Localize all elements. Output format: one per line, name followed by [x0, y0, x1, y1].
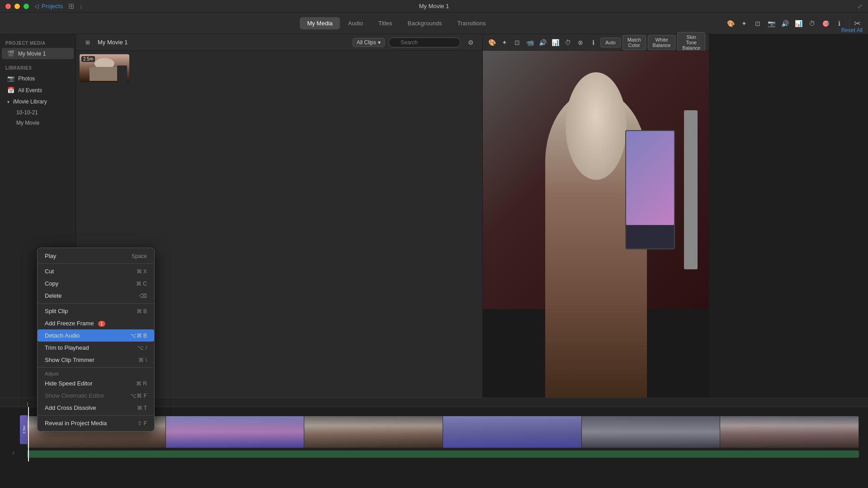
menu-item-play-shortcut: Space: [132, 253, 147, 259]
filter-icon[interactable]: ✦: [739, 18, 750, 29]
audio-icon[interactable]: 🔊: [779, 18, 790, 29]
split-icon: ⊞: [68, 2, 74, 10]
menu-item-cinematic-shortcut: ⌥⌘ F: [130, 393, 147, 399]
sidebar-item-my-movie[interactable]: 🎬 My Movie 1: [2, 48, 74, 59]
color-correction-icon[interactable]: 🎨: [725, 18, 736, 29]
reset-all-button[interactable]: Reset All: [841, 27, 863, 33]
media-header-left: ⊞ My Movie 1: [81, 36, 127, 49]
down-arrow-icon: ↓: [80, 3, 83, 10]
menu-adjust-label: Adjust: [38, 369, 154, 377]
menu-item-show-clip-trimmer[interactable]: Show Clip Trimmer ⌘ \: [38, 354, 154, 366]
monitor-object: [625, 130, 675, 249]
titlebar-left: ◁ Projects ⊞ ↓: [5, 2, 83, 10]
menu-item-reveal-label: Reveal in Project Media: [45, 420, 107, 427]
close-window-button[interactable]: [5, 4, 11, 9]
all-clips-dropdown[interactable]: All Clips ▾: [353, 38, 385, 47]
menu-item-play[interactable]: Play Space: [38, 250, 154, 262]
tab-my-media[interactable]: My Media: [300, 17, 340, 29]
menu-item-trim-label: Trim to Playhead: [45, 344, 89, 351]
clip-segment-3[interactable]: [304, 416, 443, 448]
menu-item-dissolve-shortcut: ⌘ T: [137, 405, 147, 411]
window-title: My Movie 1: [419, 3, 449, 9]
tab-backgrounds[interactable]: Backgrounds: [401, 17, 449, 29]
frame-preview: [166, 416, 304, 448]
media-browser-title: My Movie 1: [98, 39, 127, 46]
color-wheels-icon[interactable]: ✦: [499, 37, 510, 48]
menu-item-speed-shortcut: ⌘ R: [136, 380, 147, 387]
menu-item-copy[interactable]: Copy ⌘ C: [38, 277, 154, 290]
sidebar-item-my-movie-sub[interactable]: My Movie: [11, 118, 74, 128]
menu-item-add-freeze-frame[interactable]: Add Freeze Frame 1: [38, 317, 154, 329]
menu-item-detach-audio[interactable]: Detach Audio ⌥⌘ B: [38, 329, 154, 342]
tab-audio[interactable]: Audio: [341, 17, 370, 29]
clip-segment-2[interactable]: [166, 416, 305, 448]
video-record-icon[interactable]: 📹: [524, 37, 535, 48]
audio-track[interactable]: [27, 450, 859, 458]
person-body: [90, 67, 119, 81]
tab-transitions[interactable]: Transitions: [450, 17, 493, 29]
minimize-window-button[interactable]: [14, 4, 20, 9]
menu-item-delete[interactable]: Delete ⌫: [38, 290, 154, 302]
menu-item-play-label: Play: [45, 253, 56, 259]
media-header-right: All Clips ▾ 🔍 ⚙: [353, 36, 477, 49]
microphone-object: [684, 110, 698, 269]
menu-item-show-cinematic-editor[interactable]: Show Cinematic Editor ⌥⌘ F: [38, 389, 154, 402]
sidebar-item-photos[interactable]: 📷 Photos: [2, 73, 74, 84]
frame-preview: [443, 416, 581, 448]
face: [566, 72, 627, 180]
stabilize-icon[interactable]: 🎯: [820, 18, 831, 29]
sidebar-item-all-events[interactable]: 📅 All Events: [2, 84, 74, 96]
search-wrapper: 🔍: [388, 38, 461, 47]
tab-titles[interactable]: Titles: [371, 17, 400, 29]
auto-button[interactable]: Auto: [600, 38, 621, 47]
photos-icon: 📷: [7, 75, 14, 82]
levels-icon[interactable]: 📊: [550, 37, 561, 48]
menu-item-trim-shortcut: ⌥ /: [137, 345, 147, 351]
menu-item-cut-shortcut: ⌘ X: [137, 268, 147, 275]
clip-thumbnail[interactable]: 2.5m: [80, 54, 129, 82]
chart-icon[interactable]: 📊: [793, 18, 804, 29]
clip-label-text: 2.5m: [22, 426, 26, 434]
media-header: ⊞ My Movie 1 All Clips ▾ 🔍 ⚙: [76, 34, 482, 51]
clip-segment-5[interactable]: [582, 416, 721, 448]
grid-view-button[interactable]: ⊞: [81, 36, 94, 49]
menu-separator-2: [38, 303, 154, 304]
import-settings-button[interactable]: ⚙: [464, 36, 477, 49]
head: [566, 72, 627, 180]
match-color-button[interactable]: Match Color: [623, 35, 646, 50]
libraries-label: LIBRARIES: [0, 63, 75, 72]
menu-item-freeze-label: Add Freeze Frame 1: [45, 320, 105, 327]
sidebar-item-imovie-library[interactable]: ▾ iMovie Library: [2, 96, 74, 107]
projects-button[interactable]: ◁ Projects: [34, 3, 63, 9]
clip-duration-badge: 2.5m: [81, 56, 95, 62]
menu-item-trim-to-playhead[interactable]: Trim to Playhead ⌥ /: [38, 342, 154, 354]
menu-item-reveal-in-project-media[interactable]: Reveal in Project Media ⇧ F: [38, 417, 154, 429]
camera-icon[interactable]: 📷: [766, 18, 777, 29]
crop-tool-icon[interactable]: ⊡: [512, 37, 523, 48]
menu-item-add-cross-dissolve[interactable]: Add Cross Dissolve ⌘ T: [38, 402, 154, 414]
skin-tone-button[interactable]: Skin Tone Balance: [677, 32, 705, 53]
maximize-window-button[interactable]: [24, 4, 29, 9]
sidebar-item-10-10-21[interactable]: 10-10-21: [11, 108, 74, 117]
menu-item-detach-label: Detach Audio: [45, 332, 80, 339]
menu-item-split-clip[interactable]: Split Clip ⌘ B: [38, 305, 154, 317]
target-icon[interactable]: ⊗: [575, 37, 586, 48]
white-balance-button[interactable]: White Balance: [648, 35, 676, 50]
crop-icon[interactable]: ⊡: [752, 18, 763, 29]
clip-segment-6[interactable]: [720, 416, 859, 448]
clock-icon[interactable]: ⏱: [562, 37, 573, 48]
audio-tool-icon[interactable]: 🔊: [537, 37, 548, 48]
chevron-down-icon: ▾: [378, 39, 381, 46]
menu-item-hide-speed-editor[interactable]: Hide Speed Editor ⌘ R: [38, 377, 154, 389]
speedometer-icon[interactable]: ⏱: [807, 18, 817, 29]
info-tool-icon[interactable]: ℹ: [588, 37, 599, 48]
menu-item-cut[interactable]: Cut ⌘ X: [38, 265, 154, 277]
color-board-icon[interactable]: 🎨: [486, 37, 497, 48]
menu-item-copy-label: Copy: [45, 280, 58, 287]
titlebar-right: ⤢: [857, 3, 863, 10]
clip-segment-4[interactable]: [443, 416, 582, 448]
main-toolbar: My Media Audio Titles Backgrounds Transi…: [0, 13, 868, 34]
tick: [27, 402, 28, 407]
menu-item-delete-shortcut: ⌫: [139, 293, 147, 299]
search-input[interactable]: [388, 38, 461, 47]
